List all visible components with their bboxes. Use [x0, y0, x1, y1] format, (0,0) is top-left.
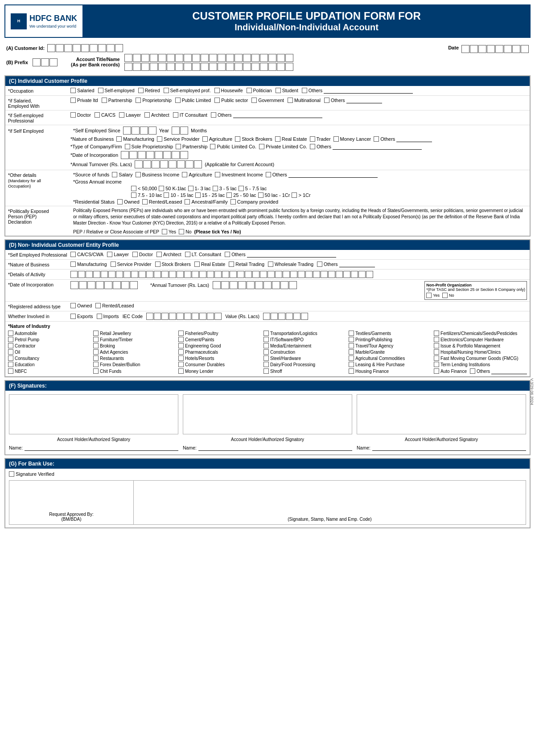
emp-since-box[interactable]	[132, 127, 140, 135]
value-box[interactable]	[263, 313, 270, 320]
others-d-input[interactable]	[247, 251, 336, 257]
cb-hotels[interactable]	[178, 356, 184, 361]
cb-service-provider-c[interactable]	[157, 136, 162, 142]
account-title-box2[interactable]	[226, 63, 234, 71]
customer-id-box[interactable]	[47, 44, 55, 52]
cb-10-15lac[interactable]	[164, 192, 169, 198]
iec-box[interactable]	[192, 313, 199, 320]
iec-box[interactable]	[207, 313, 214, 320]
cb-furniture[interactable]	[93, 337, 99, 342]
cb-it-consultant[interactable]	[173, 112, 178, 118]
emp-since-box[interactable]	[123, 127, 131, 135]
activity-box[interactable]	[275, 271, 282, 278]
cb-travel-tour[interactable]	[349, 343, 354, 348]
iec-box[interactable]	[154, 313, 161, 320]
cb-others-occ[interactable]	[302, 88, 307, 93]
cb-forex[interactable]	[93, 362, 99, 367]
account-title-box[interactable]	[167, 54, 175, 62]
cb-private-ltd[interactable]	[70, 98, 76, 103]
cb-electronics[interactable]	[434, 337, 439, 342]
cb-pub-limited-co[interactable]	[210, 144, 215, 149]
others-sal-input[interactable]	[346, 97, 382, 103]
cb-priv-limited-co[interactable]	[259, 144, 264, 149]
cb-printing[interactable]	[349, 337, 354, 342]
date-box[interactable]	[470, 45, 478, 53]
cb-manufacturing-d[interactable]	[70, 262, 76, 267]
cb-lawyer[interactable]	[119, 112, 124, 118]
cb-public-limited[interactable]	[175, 98, 181, 103]
activity-box[interactable]	[230, 271, 237, 278]
activity-box[interactable]	[116, 271, 123, 278]
d-doi-box[interactable]	[96, 281, 104, 289]
cb-self-employed[interactable]	[98, 88, 103, 93]
activity-box[interactable]	[78, 271, 85, 278]
cb-money-lender[interactable]	[178, 368, 184, 374]
iec-box[interactable]	[169, 313, 176, 320]
activity-box[interactable]	[343, 271, 350, 278]
d-doi-box[interactable]	[104, 281, 112, 289]
doi-box-c[interactable]	[138, 151, 146, 159]
account-title-box2[interactable]	[235, 63, 243, 71]
cb-lt-50k[interactable]	[131, 186, 136, 191]
cb-government[interactable]	[251, 98, 257, 103]
iec-box[interactable]	[214, 313, 222, 320]
cb-auto-finance[interactable]	[434, 368, 439, 374]
d-doi-box[interactable]	[130, 281, 138, 289]
activity-box[interactable]	[245, 271, 252, 278]
cb-education[interactable]	[8, 362, 13, 367]
cb-rented-c[interactable]	[142, 199, 148, 204]
cb-50lac-1cr[interactable]	[258, 192, 263, 198]
cb-self-employed-prof[interactable]	[164, 88, 169, 93]
cb-gt-1cr[interactable]	[292, 192, 297, 198]
cb-broking[interactable]	[93, 343, 99, 348]
others-prof-input[interactable]	[233, 112, 322, 118]
iec-box[interactable]	[184, 313, 191, 320]
customer-id-box[interactable]	[107, 44, 115, 52]
account-title-box2[interactable]	[285, 63, 293, 71]
cb-cacs[interactable]	[95, 112, 100, 118]
emp-since-box[interactable]	[140, 127, 148, 135]
date-box[interactable]	[461, 45, 469, 53]
cb-doctor[interactable]	[70, 112, 76, 118]
cb-others-sal[interactable]	[324, 98, 329, 103]
cb-nbfc[interactable]	[8, 368, 13, 374]
activity-box[interactable]	[313, 271, 320, 278]
cb-others-src[interactable]	[266, 172, 271, 177]
account-title-box2[interactable]	[124, 63, 132, 71]
date-box[interactable]	[512, 45, 520, 53]
d-turnover-box[interactable]	[263, 281, 272, 289]
cb-partnership-c[interactable]	[176, 144, 181, 149]
cb-student[interactable]	[276, 88, 281, 93]
cb-housewife[interactable]	[214, 88, 220, 93]
account-title-box2[interactable]	[133, 63, 141, 71]
cb-real-estate-d[interactable]	[194, 262, 200, 267]
account-title-box[interactable]	[235, 54, 243, 62]
year-box[interactable]	[180, 127, 188, 135]
doi-box-c[interactable]	[129, 151, 137, 159]
cb-restaurants[interactable]	[93, 356, 99, 361]
date-box[interactable]	[478, 45, 486, 53]
activity-box[interactable]	[184, 271, 191, 278]
cb-consumer-durables[interactable]	[178, 362, 184, 367]
others-nob-d-input[interactable]	[339, 261, 375, 267]
account-title-box2[interactable]	[141, 63, 149, 71]
date-box[interactable]	[495, 45, 503, 53]
cb-others-nob-c[interactable]	[374, 136, 379, 142]
cb-it-software[interactable]	[263, 337, 269, 342]
others-type-input[interactable]	[333, 143, 422, 150]
cb-chit-funds[interactable]	[93, 368, 99, 374]
account-title-box2[interactable]	[167, 63, 175, 71]
account-title-box2[interactable]	[192, 63, 200, 71]
others-occ-input[interactable]	[324, 87, 413, 94]
value-box[interactable]	[301, 313, 308, 320]
cb-agricultural-commodities[interactable]	[349, 356, 354, 361]
iec-box[interactable]	[161, 313, 169, 320]
activity-box[interactable]	[108, 271, 115, 278]
cb-imports[interactable]	[97, 314, 102, 319]
customer-id-box[interactable]	[64, 44, 72, 52]
cb-consultancy[interactable]	[8, 356, 13, 361]
d-doi-box[interactable]	[70, 281, 78, 289]
cb-salaried[interactable]	[70, 88, 76, 93]
cb-issue-portfolio[interactable]	[434, 343, 439, 348]
cb-rented-d[interactable]	[95, 303, 101, 308]
